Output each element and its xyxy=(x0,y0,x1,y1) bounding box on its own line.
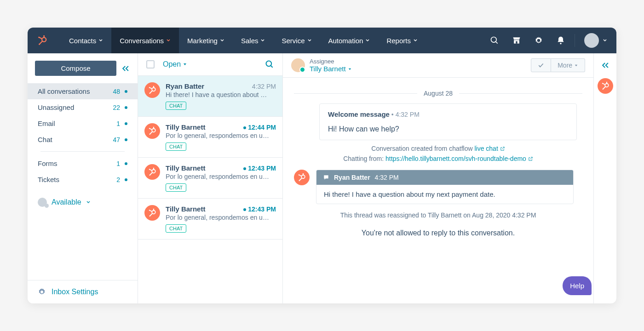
nav-divider xyxy=(575,34,575,47)
inbox-settings-link[interactable]: Inbox Settings xyxy=(28,280,138,303)
folder-label: Email xyxy=(38,120,116,127)
nav-sales[interactable]: Sales xyxy=(233,28,274,53)
svg-point-32 xyxy=(149,169,150,170)
svg-point-46 xyxy=(299,174,299,175)
external-link-icon xyxy=(528,156,533,161)
svg-line-3 xyxy=(40,38,42,39)
bell-icon[interactable] xyxy=(556,36,565,45)
folder-count: 22 xyxy=(113,104,120,111)
thread-actions: More xyxy=(531,58,585,72)
welcome-title: Welcome message xyxy=(328,110,390,118)
nav-service[interactable]: Service xyxy=(273,28,320,53)
conversation-name: Tilly Barnett xyxy=(166,164,205,172)
message-card: Ryan Batter 4:32 PM Hi there! I have a q… xyxy=(316,170,574,204)
chat-icon xyxy=(323,174,329,181)
compose-button[interactable]: Compose xyxy=(35,61,116,76)
channel-badge: CHAT xyxy=(166,102,186,110)
help-button[interactable]: Help xyxy=(563,276,592,295)
thread-panel: Assignee Tilly Barnett More August 28 We… xyxy=(283,53,593,303)
svg-line-52 xyxy=(603,84,605,85)
nav-conversations[interactable]: Conversations xyxy=(111,28,179,53)
nav-reports[interactable]: Reports xyxy=(378,28,426,53)
gear-icon[interactable] xyxy=(534,36,543,45)
reassign-note: This thread was reassigned to Tilly Barn… xyxy=(294,211,582,219)
folder-forms[interactable]: Forms1 xyxy=(28,155,138,171)
chevron-down-icon xyxy=(365,38,370,43)
svg-point-18 xyxy=(149,87,150,88)
svg-line-50 xyxy=(603,87,605,89)
conversation-item[interactable]: Tilly Barnett12:43 PM Por lo general, re… xyxy=(138,158,282,199)
source-url-link[interactable]: https://hello.tillybarnett.com/svh-round… xyxy=(385,155,533,162)
collapse-sidebar-icon[interactable] xyxy=(121,64,130,73)
folder-tickets[interactable]: Tickets2 xyxy=(28,171,138,188)
date-label: August 28 xyxy=(424,90,453,97)
contact-record-icon[interactable] xyxy=(598,78,613,94)
svg-line-29 xyxy=(150,173,153,175)
chevron-down-icon xyxy=(260,38,265,43)
folder-all-conversations[interactable]: All conversations48 xyxy=(28,83,138,99)
svg-point-44 xyxy=(299,180,300,181)
svg-point-16 xyxy=(150,93,150,94)
conversation-preview: Por lo general, respondemos en u… xyxy=(166,132,276,139)
close-thread-button[interactable] xyxy=(531,58,551,72)
conversation-item[interactable]: Tilly Barnett12:43 PM Por lo general, re… xyxy=(138,199,282,240)
search-icon[interactable] xyxy=(490,36,499,45)
conversation-list: Open Ryan Batter4:32 PM Hi there! I have… xyxy=(138,53,283,303)
availability-status[interactable]: Available xyxy=(28,189,138,215)
folder-count: 47 xyxy=(113,136,120,143)
message-header: Ryan Batter 4:32 PM xyxy=(316,170,573,185)
contact-avatar-icon xyxy=(144,82,160,98)
select-all-checkbox[interactable] xyxy=(146,60,155,68)
svg-line-13 xyxy=(271,66,273,68)
expand-rail-icon[interactable] xyxy=(601,61,610,70)
thread-header: Assignee Tilly Barnett More xyxy=(283,53,593,78)
sidebar: Compose All conversations48 Unassigned22… xyxy=(28,53,138,303)
conversation-preview: Hi there! I have a question about … xyxy=(166,91,276,98)
search-icon[interactable] xyxy=(265,60,274,69)
conversation-name: Ryan Batter xyxy=(166,82,204,90)
nav-marketing[interactable]: Marketing xyxy=(179,28,233,53)
svg-point-30 xyxy=(150,175,150,176)
nav-label: Reports xyxy=(386,37,411,45)
contact-avatar-icon xyxy=(144,205,160,221)
avatar xyxy=(584,33,599,48)
conversation-item[interactable]: Ryan Batter4:32 PM Hi there! I have a qu… xyxy=(138,76,282,117)
folder-label: Unassigned xyxy=(38,103,113,111)
channel-badge: CHAT xyxy=(166,143,186,151)
nav-label: Conversations xyxy=(120,37,164,45)
hubspot-logo-icon[interactable] xyxy=(37,35,48,46)
svg-line-45 xyxy=(299,175,302,176)
unread-dot-icon xyxy=(243,126,246,129)
unread-dot-icon xyxy=(125,90,127,93)
svg-point-7 xyxy=(491,37,497,43)
conversation-item[interactable]: Tilly Barnett12:44 PM Por lo general, re… xyxy=(138,117,282,158)
marketplace-icon[interactable] xyxy=(512,36,521,45)
chatflow-link[interactable]: live chat xyxy=(474,145,505,152)
conversation-list-header: Open xyxy=(138,53,282,76)
more-button[interactable]: More xyxy=(551,58,585,72)
svg-point-11 xyxy=(560,43,561,44)
nav-automation[interactable]: Automation xyxy=(320,28,379,53)
channel-badge: CHAT xyxy=(166,183,186,192)
svg-point-23 xyxy=(150,134,150,135)
status-filter[interactable]: Open xyxy=(163,60,187,68)
assignee-picker[interactable]: Assignee Tilly Barnett xyxy=(310,58,352,73)
chevron-down-icon xyxy=(98,38,103,43)
svg-point-28 xyxy=(152,170,155,173)
folder-email[interactable]: Email1 xyxy=(28,115,138,131)
nav-label: Automation xyxy=(328,37,363,45)
conversation-name: Tilly Barnett xyxy=(166,123,205,131)
nav-label: Marketing xyxy=(187,37,218,45)
unread-dot-icon xyxy=(243,167,246,170)
conversation-preview: Por lo general, respondemos en u… xyxy=(166,173,276,180)
svg-line-22 xyxy=(150,132,153,134)
folder-chat[interactable]: Chat47 xyxy=(28,131,138,148)
assignee-name: Tilly Barnett xyxy=(310,65,352,73)
account-menu[interactable] xyxy=(584,33,607,48)
unread-dot-icon xyxy=(243,208,246,211)
nav-contacts[interactable]: Contacts xyxy=(61,28,111,53)
chevron-down-icon xyxy=(413,38,418,43)
svg-point-51 xyxy=(602,89,603,90)
unread-dot-icon xyxy=(125,178,127,181)
folder-unassigned[interactable]: Unassigned22 xyxy=(28,99,138,115)
